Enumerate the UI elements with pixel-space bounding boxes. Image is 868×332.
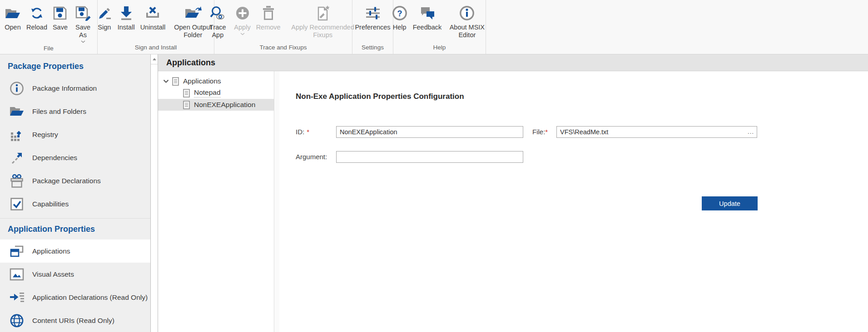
feedback-button-label: Feedback — [413, 24, 442, 31]
about-msix-editor-label: About MSIX Editor — [447, 24, 487, 39]
install-button[interactable]: Install — [115, 2, 137, 32]
tree-item-notepad[interactable]: Notepad — [158, 87, 274, 99]
sidebar-scrollbar[interactable] — [150, 54, 158, 332]
sidebar-item-application-declarations[interactable]: Application Declarations (Read Only) — [0, 286, 150, 309]
dependencies-arrow-icon — [9, 150, 25, 166]
sidebar-item-label: Application Declarations (Read Only) — [32, 293, 148, 302]
sidebar-heading-package-properties: Package Properties — [0, 54, 150, 77]
tree-item-nonexeapplication[interactable]: NonEXEApplication — [158, 99, 274, 111]
ribbon-group-sign-install: Sign Install Uninstall Open Output Folde… — [98, 0, 214, 54]
sidebar-item-applications[interactable]: Applications — [0, 239, 150, 263]
file-input-wrap: … — [556, 126, 757, 138]
sidebar-item-label: Capabilities — [32, 200, 69, 208]
open-folder-icon — [5, 3, 21, 24]
sidebar-item-content-uris[interactable]: Content URIs (Read Only) — [0, 309, 150, 332]
ribbon-group-settings-label: Settings — [352, 43, 393, 54]
ribbon-group-sign-install-label: Sign and Install — [98, 43, 214, 54]
tree-root-applications[interactable]: Applications — [158, 75, 274, 87]
save-icon — [53, 3, 67, 24]
ribbon-group-file-label: File — [0, 44, 97, 55]
trace-magnifier-icon — [209, 3, 226, 24]
content-header-bar: Applications — [158, 54, 868, 71]
ribbon-group-settings: Preferences Settings — [352, 0, 393, 54]
apply-button-label: Apply — [234, 24, 250, 31]
sidebar-item-label: Package Information — [32, 84, 97, 93]
reload-icon — [30, 3, 44, 24]
app-windows-icon — [9, 244, 25, 259]
ribbon-group-trace-fixups-label: Trace and Fixups — [214, 43, 352, 54]
sidebar-item-label: Content URIs (Read Only) — [32, 317, 114, 325]
sidebar-item-package-declarations[interactable]: Package Declarations — [0, 169, 150, 192]
required-asterisk: * — [545, 128, 548, 136]
feedback-bubbles-icon — [419, 3, 436, 24]
sign-button-label: Sign — [98, 24, 111, 31]
open-output-folder-icon — [184, 3, 202, 24]
preferences-button[interactable]: Preferences — [352, 2, 392, 32]
feedback-button[interactable]: Feedback — [411, 2, 444, 32]
sidebar-heading-application-properties: Application Properties — [0, 219, 150, 239]
sign-button[interactable]: Sign — [94, 2, 114, 32]
sliders-icon — [365, 3, 381, 24]
browse-ellipsis-button[interactable]: … — [747, 126, 754, 138]
trash-icon — [262, 3, 275, 24]
reload-button[interactable]: Reload — [24, 2, 50, 32]
applications-tree-panel: Applications Notepad NonEXEApplication — [158, 71, 274, 332]
tree-splitter[interactable] — [275, 71, 279, 332]
argument-input[interactable] — [336, 151, 523, 163]
apply-button[interactable]: Apply — [232, 2, 253, 36]
trace-app-button[interactable]: Trace App — [204, 2, 231, 39]
update-button[interactable]: Update — [702, 196, 758, 210]
image-icon — [9, 267, 25, 282]
uninstall-button-label: Uninstall — [140, 24, 166, 31]
open-button[interactable]: Open — [2, 2, 23, 32]
ribbon-group-help-label: Help — [393, 43, 486, 54]
folder-icon — [9, 104, 25, 119]
sidebar-item-registry[interactable]: Registry — [0, 123, 150, 146]
save-as-icon — [75, 3, 91, 24]
id-field-label: ID:* — [296, 126, 309, 138]
file-input[interactable] — [556, 126, 757, 138]
remove-button[interactable]: Remove — [254, 2, 283, 32]
uninstall-x-icon — [145, 3, 160, 24]
help-button[interactable]: ? Help — [390, 2, 410, 32]
sidebar-navigation: Package Properties Package Information F… — [0, 54, 150, 332]
reload-button-label: Reload — [26, 24, 47, 31]
arrow-list-icon — [9, 290, 25, 305]
document-icon — [172, 77, 179, 86]
ribbon-group-help: ? Help Feedback About MSIX Editor Help — [393, 0, 486, 54]
sidebar-item-visual-assets[interactable]: Visual Assets — [0, 263, 150, 286]
save-as-button[interactable]: Save As — [71, 2, 95, 44]
argument-field-label: Argument: — [296, 151, 327, 163]
sidebar-item-label: Registry — [32, 131, 58, 139]
open-button-label: Open — [5, 24, 20, 31]
registry-icon — [9, 127, 25, 142]
apply-recommended-fixups-button[interactable]: Apply Recommended Fixups — [284, 2, 362, 39]
uninstall-button[interactable]: Uninstall — [138, 2, 168, 32]
sidebar-item-capabilities[interactable]: Capabilities — [0, 192, 150, 215]
sidebar-item-label: Dependencies — [32, 154, 77, 162]
save-button[interactable]: Save — [50, 2, 70, 32]
sidebar-item-label: Files and Folders — [32, 107, 86, 116]
info-icon — [9, 81, 25, 96]
sidebar-item-package-information[interactable]: Package Information — [0, 77, 150, 100]
sidebar-item-label: Applications — [32, 247, 70, 255]
save-as-button-label: Save As — [73, 24, 93, 39]
globe-icon — [9, 313, 25, 328]
tree-item-label: Notepad — [194, 88, 221, 98]
sidebar-item-label: Visual Assets — [32, 270, 74, 278]
tree-root-label: Applications — [183, 77, 221, 85]
document-icon — [183, 89, 190, 98]
scrollbar-up-arrow[interactable] — [151, 54, 158, 64]
chevron-down-icon[interactable] — [163, 79, 169, 83]
sidebar-item-files-and-folders[interactable]: Files and Folders — [0, 100, 150, 123]
save-button-label: Save — [53, 24, 68, 31]
fixups-wrench-page-icon — [315, 3, 331, 24]
page-title: Applications — [166, 58, 215, 68]
svg-text:?: ? — [397, 9, 402, 18]
apply-recommended-fixups-label: Apply Recommended Fixups — [286, 24, 360, 39]
pencil-sign-icon — [97, 3, 112, 24]
sidebar-item-dependencies[interactable]: Dependencies — [0, 146, 150, 169]
id-input[interactable] — [336, 126, 523, 138]
about-msix-editor-button[interactable]: About MSIX Editor — [445, 2, 489, 39]
preferences-button-label: Preferences — [355, 24, 390, 31]
